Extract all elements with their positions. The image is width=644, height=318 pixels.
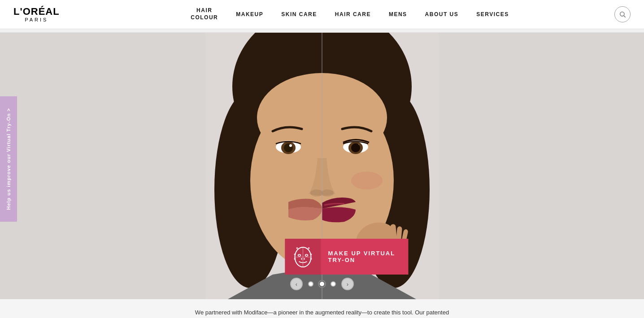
svg-point-30 (305, 254, 308, 256)
logo-paris: PARIS (13, 17, 60, 22)
bottom-section: We partnered with Modiface—a pioneer in … (0, 299, 644, 318)
nav-item-about-us[interactable]: ABOUT US (425, 11, 459, 17)
nav-item-hair-care[interactable]: HAIR CARE (335, 11, 371, 17)
main-nav: HAIRCOLOUR MAKEUP SKIN CARE HAIR CARE ME… (85, 7, 614, 21)
main-header: L'ORÉAL PARIS HAIRCOLOUR MAKEUP SKIN CAR… (0, 0, 644, 29)
search-button[interactable] (614, 6, 631, 22)
nav-item-makeup[interactable]: MAKEUP (236, 11, 263, 17)
carousel-next-button[interactable]: › (341, 278, 354, 290)
svg-point-12 (289, 144, 292, 147)
svg-point-29 (298, 254, 301, 256)
tryon-line2: TRY-ON (328, 257, 396, 263)
svg-point-19 (351, 172, 383, 189)
subheader-divider (0, 29, 644, 33)
svg-point-38 (308, 247, 310, 249)
svg-point-34 (294, 258, 296, 260)
carousel-dot-1[interactable] (308, 281, 313, 287)
carousel-dot-3[interactable] (331, 281, 336, 287)
sidebar-virtual-tryon-tab[interactable]: Help us improve our Virtual Try-On > (0, 96, 17, 222)
svg-point-37 (296, 247, 298, 249)
tryon-face-icon (292, 245, 314, 269)
svg-point-20 (351, 143, 360, 152)
nav-item-mens[interactable]: MENS (389, 11, 407, 17)
svg-point-18 (321, 189, 334, 197)
search-icon (619, 11, 626, 18)
virtual-tryon-banner[interactable]: MAKE UP VIRTUAL TRY-ON (285, 239, 409, 275)
svg-point-36 (310, 258, 312, 260)
svg-point-33 (294, 254, 296, 255)
nav-item-hair-colour[interactable]: HAIRCOLOUR (191, 7, 218, 21)
nav-item-skin-care[interactable]: SKIN CARE (281, 11, 317, 17)
svg-line-1 (624, 16, 626, 17)
logo[interactable]: L'ORÉAL PARIS (13, 6, 85, 22)
bottom-description: We partnered with Modiface—a pioneer in … (120, 308, 524, 318)
carousel-nav: ‹ › (290, 278, 354, 290)
svg-point-17 (310, 189, 323, 197)
svg-point-35 (310, 254, 312, 255)
hero-section: MAKE UP VIRTUAL TRY-ON ‹ › (0, 33, 644, 299)
sidebar-tab-label: Help us improve our Virtual Try-On > (6, 108, 11, 210)
carousel-prev-button[interactable]: ‹ (290, 278, 303, 290)
logo-loreal: L'ORÉAL (13, 6, 60, 17)
svg-point-0 (620, 12, 624, 16)
tryon-line1: MAKE UP VIRTUAL (328, 250, 396, 257)
carousel-dot-2[interactable] (319, 281, 325, 287)
tryon-text: MAKE UP VIRTUAL TRY-ON (328, 250, 396, 263)
svg-point-32 (304, 258, 305, 259)
nav-item-services[interactable]: SERVICES (476, 11, 509, 17)
tryon-icon-box (285, 239, 321, 275)
svg-point-31 (301, 258, 302, 259)
